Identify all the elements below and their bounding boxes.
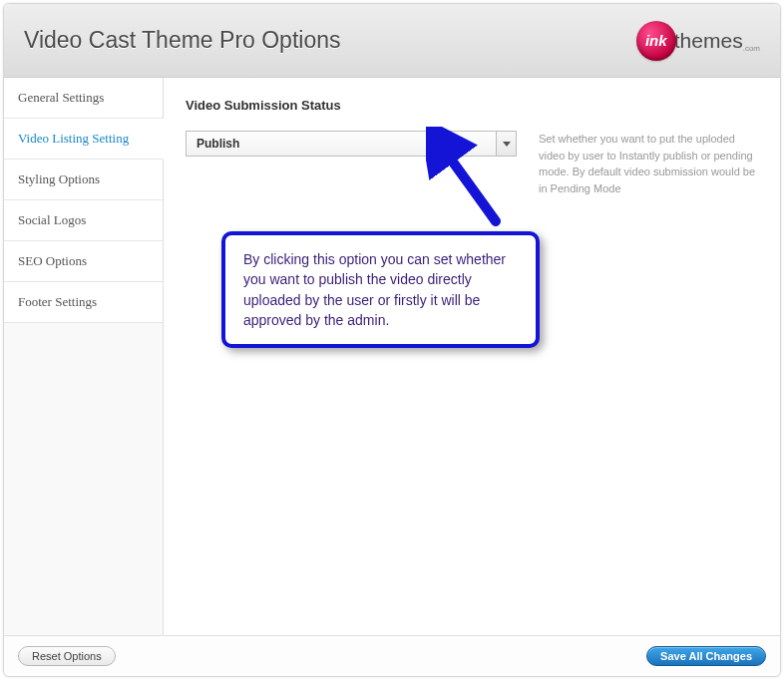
main-content: Video Submission Status Publish Set whet…: [164, 78, 780, 635]
brand-logo: ink themes.com: [636, 21, 760, 61]
sidebar-item-seo-options[interactable]: SEO Options: [4, 241, 163, 282]
annotation-callout-text: By clicking this option you can set whet…: [243, 249, 518, 330]
sidebar-item-label: Social Logos: [18, 212, 86, 227]
field-help-text: Set whether you want to put the uploded …: [539, 131, 758, 196]
section-title: Video Submission Status: [186, 98, 758, 113]
sidebar-item-footer-settings[interactable]: Footer Settings: [4, 282, 163, 323]
sidebar-item-general-settings[interactable]: General Settings: [4, 78, 163, 119]
panel-body: General Settings Video Listing Setting S…: [4, 78, 780, 635]
field-row: Publish Set whether you want to put the …: [186, 131, 758, 196]
page-title: Video Cast Theme Pro Options: [24, 27, 341, 54]
video-submission-status-select[interactable]: Publish: [186, 131, 517, 157]
sidebar-item-label: Styling Options: [18, 171, 100, 186]
logo-circle-icon: ink: [636, 21, 676, 61]
panel-header: Video Cast Theme Pro Options ink themes.…: [4, 4, 780, 78]
logo-text: themes: [674, 29, 743, 52]
reset-options-button[interactable]: Reset Options: [18, 646, 116, 666]
save-all-changes-button[interactable]: Save All Changes: [646, 646, 766, 666]
sidebar-item-label: General Settings: [18, 90, 104, 105]
sidebar-item-label: Video Listing Setting: [18, 131, 129, 146]
annotation-callout: By clicking this option you can set whet…: [221, 231, 540, 348]
panel-footer: Reset Options Save All Changes: [4, 635, 780, 676]
logo-subtext: .com: [743, 44, 760, 53]
video-submission-status-select-wrap: Publish: [186, 131, 517, 157]
sidebar-item-social-logos[interactable]: Social Logos: [4, 200, 163, 241]
sidebar-item-label: Footer Settings: [18, 294, 97, 309]
sidebar-item-styling-options[interactable]: Styling Options: [4, 160, 163, 200]
sidebar-item-video-listing-setting[interactable]: Video Listing Setting: [4, 119, 164, 160]
sidebar-item-label: SEO Options: [18, 253, 87, 268]
sidebar: General Settings Video Listing Setting S…: [4, 78, 164, 635]
